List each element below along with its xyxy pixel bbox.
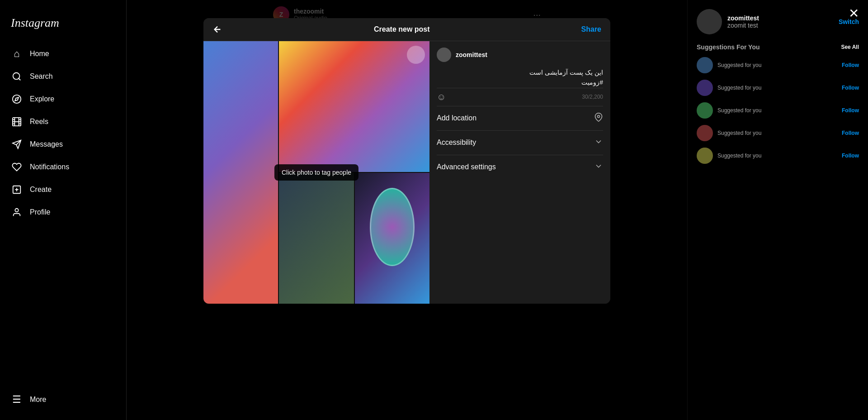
modal-title: Create new post — [374, 25, 430, 33]
suggestion-text-1: Suggested for you — [717, 62, 837, 68]
modal-accessibility-label: Accessibility — [437, 138, 476, 147]
home-icon: ⌂ — [11, 48, 23, 60]
sidebar-item-more[interactable]: ☰ More — [5, 388, 121, 411]
svg-point-2 — [13, 95, 21, 103]
sidebar-label-notifications: Notifications — [30, 163, 69, 171]
sidebar-label-profile: Profile — [30, 208, 50, 216]
suggestion-row: Suggested for you Follow — [697, 125, 859, 141]
svg-marker-3 — [15, 97, 19, 101]
modal-accessibility-row[interactable]: Accessibility — [437, 130, 603, 155]
right-profile-name: zoomit test — [727, 22, 759, 29]
reels-icon — [11, 116, 23, 128]
modal-image-collage — [203, 41, 429, 304]
suggestion-row: Suggested for you Follow — [697, 57, 859, 73]
sidebar-item-profile[interactable]: Profile — [5, 201, 121, 224]
sidebar-item-messages[interactable]: Messages — [5, 133, 121, 156]
modal-advanced-settings-row[interactable]: Advanced settings — [437, 155, 603, 179]
modal-caption-text: این یک پست آزمایشی است #زومیت — [437, 67, 603, 88]
suggestion-follow-2[interactable]: Follow — [842, 85, 859, 91]
suggestions-header: Suggestions For You See All — [697, 43, 859, 51]
main-content: Z thezoomit Original audio ··· ♡ — [127, 0, 687, 420]
suggestion-avatar-4 — [697, 125, 713, 141]
modal-caption: این یک پست آزمایشی است #زومیت — [437, 67, 603, 88]
sidebar-label-reels: Reels — [30, 118, 48, 126]
suggestion-follow-3[interactable]: Follow — [842, 107, 859, 114]
modal-advanced-settings-label: Advanced settings — [437, 163, 496, 171]
suggestion-text-5: Suggested for you — [717, 153, 837, 159]
sidebar-label-explore: Explore — [30, 95, 54, 103]
modal-collage-cell-3 — [279, 173, 354, 304]
modal-emoji-button[interactable]: ☺ — [437, 92, 446, 102]
modal-user-row: zoomittest — [437, 48, 603, 62]
modal-user-name: zoomittest — [456, 51, 487, 58]
suggestion-follow-5[interactable]: Follow — [842, 153, 859, 159]
create-post-modal: Create new post Share — [203, 18, 610, 304]
modal-char-row: ☺ 30/2,200 — [437, 88, 603, 106]
modal-image: Click photo to tag people — [203, 41, 429, 304]
sidebar-label-messages: Messages — [30, 140, 63, 148]
modal-image-area[interactable]: Click photo to tag people — [203, 41, 429, 304]
suggestion-avatar-5 — [697, 148, 713, 164]
messages-icon — [11, 138, 23, 150]
create-icon — [11, 184, 23, 196]
notifications-icon — [11, 161, 23, 173]
modal-overlay: Create new post Share — [127, 0, 687, 420]
sidebar-label-search: Search — [30, 72, 53, 81]
modal-char-count: 30/2,200 — [582, 94, 603, 100]
suggestion-text-4: Suggested for you — [717, 130, 837, 136]
sidebar-item-search[interactable]: Search — [5, 65, 121, 88]
modal-add-location-label: Add location — [437, 114, 476, 122]
modal-right-panel: zoomittest این یک پست آزمایشی است #زومیت… — [429, 41, 610, 304]
modal-header: Create new post Share — [203, 18, 610, 41]
sidebar: Instagram ⌂ Home Search Explore Reels Me… — [0, 0, 127, 420]
modal-add-location-row[interactable]: Add location — [437, 106, 603, 130]
suggestion-avatar-1 — [697, 57, 713, 73]
sidebar-label-home: Home — [30, 50, 49, 58]
suggestions-title: Suggestions For You — [697, 43, 760, 51]
sidebar-item-reels[interactable]: Reels — [5, 110, 121, 133]
sidebar-label-create: Create — [30, 186, 52, 194]
modal-user-avatar — [437, 48, 451, 62]
modal-collage-cell-4 — [355, 173, 429, 304]
modal-share-button[interactable]: Share — [581, 25, 601, 33]
sidebar-item-explore[interactable]: Explore — [5, 88, 121, 110]
modal-location-icon — [594, 113, 603, 124]
right-profile-avatar — [697, 9, 722, 34]
modal-advanced-chevron-icon — [594, 162, 603, 173]
suggestion-row: Suggested for you Follow — [697, 80, 859, 96]
right-profile-username: zoomittest — [727, 14, 759, 22]
sidebar-item-home[interactable]: ⌂ Home — [5, 43, 121, 65]
modal-collage-cell-1 — [203, 41, 278, 304]
suggestion-text-2: Suggested for you — [717, 85, 837, 91]
modal-collage-cell-2 — [279, 41, 429, 172]
svg-point-19 — [598, 115, 600, 118]
suggestions-list: Suggested for you Follow Suggested for y… — [697, 57, 859, 164]
modal-back-button[interactable] — [212, 24, 222, 34]
modal-accessibility-chevron-icon — [594, 137, 603, 148]
right-sidebar: zoomittest zoomit test Switch Suggestion… — [687, 0, 868, 420]
see-all-button[interactable]: See All — [841, 44, 859, 50]
suggestion-text-3: Suggested for you — [717, 107, 837, 114]
search-icon — [11, 71, 23, 82]
suggestion-row: Suggested for you Follow — [697, 148, 859, 164]
right-profile-info: zoomittest zoomit test — [727, 14, 759, 29]
suggestion-follow-1[interactable]: Follow — [842, 62, 859, 68]
profile-icon — [11, 206, 23, 218]
sidebar-label-more: More — [30, 396, 46, 404]
modal-body: Click photo to tag people zoomittest این — [203, 41, 610, 304]
suggestion-follow-4[interactable]: Follow — [842, 130, 859, 136]
explore-icon — [11, 93, 23, 105]
suggestion-avatar-3 — [697, 102, 713, 119]
suggestion-row: Suggested for you Follow — [697, 102, 859, 119]
svg-point-17 — [15, 209, 18, 212]
suggestion-avatar-2 — [697, 80, 713, 96]
modal-right-scroll: zoomittest این یک پست آزمایشی است #زومیت… — [429, 41, 610, 304]
sidebar-item-create[interactable]: Create — [5, 178, 121, 201]
close-button[interactable]: ✕ — [849, 7, 859, 20]
right-profile-row: zoomittest zoomit test Switch — [697, 9, 859, 34]
svg-point-0 — [13, 73, 20, 80]
svg-line-1 — [19, 78, 20, 80]
app-logo[interactable]: Instagram — [5, 9, 121, 43]
more-icon: ☰ — [11, 394, 23, 406]
sidebar-item-notifications[interactable]: Notifications — [5, 156, 121, 178]
